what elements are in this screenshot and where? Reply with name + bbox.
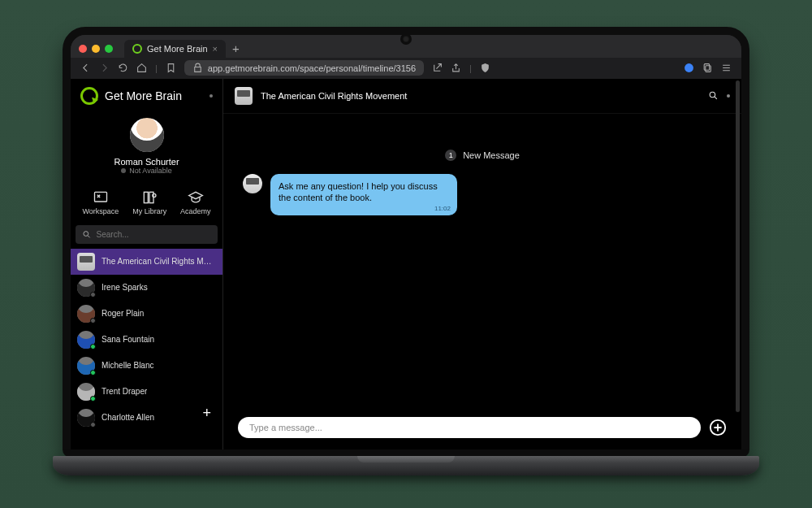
library-icon bbox=[141, 189, 158, 204]
nav-row: Workspace My Library Academy bbox=[71, 183, 222, 225]
nav-workspace-label: Workspace bbox=[82, 207, 119, 215]
address-bar[interactable]: app.getmorebrain.com/space/personal/time… bbox=[184, 60, 424, 76]
list-item[interactable]: The American Civil Rights Movement bbox=[71, 249, 222, 275]
list-item[interactable]: Roger Plain bbox=[71, 301, 222, 327]
close-tab-icon[interactable]: × bbox=[213, 44, 218, 54]
home-icon[interactable] bbox=[136, 63, 147, 73]
svg-rect-1 bbox=[706, 66, 711, 72]
list-item-label: Charlotte Allen bbox=[102, 413, 154, 422]
profile-block[interactable]: Roman Schurter Not Available bbox=[71, 113, 222, 183]
list-item-label: Michelle Blanc bbox=[102, 361, 153, 370]
list-item[interactable]: Charlotte Allen bbox=[71, 405, 222, 431]
copy-icon[interactable] bbox=[702, 63, 713, 73]
chat-search-icon[interactable] bbox=[708, 90, 719, 101]
nav-workspace[interactable]: Workspace bbox=[82, 189, 119, 215]
avatar bbox=[77, 409, 95, 427]
sidebar: Get More Brain Roman Schurter Not Availa… bbox=[71, 79, 223, 449]
favicon-icon bbox=[132, 44, 142, 54]
composer-add-button[interactable] bbox=[709, 419, 727, 436]
chat-header-avatar bbox=[235, 87, 253, 105]
add-conversation-button[interactable]: + bbox=[202, 405, 211, 422]
menu-icon[interactable] bbox=[721, 63, 732, 73]
close-window-icon[interactable] bbox=[79, 45, 87, 53]
nav-library-label: My Library bbox=[132, 207, 166, 215]
avatar bbox=[77, 279, 95, 297]
url-text: app.getmorebrain.com/space/personal/time… bbox=[208, 63, 416, 73]
chat-menu-icon[interactable] bbox=[727, 94, 730, 98]
message-row: Ask me any question! I help you discuss … bbox=[243, 174, 722, 216]
laptop-mockup: Get More Brain × + | app.getmorebrain.co… bbox=[53, 27, 759, 482]
avatar bbox=[77, 331, 95, 349]
svg-rect-3 bbox=[94, 192, 106, 202]
composer: Type a message... bbox=[223, 409, 741, 449]
profile-status: Not Available bbox=[71, 167, 222, 175]
share-icon[interactable] bbox=[451, 63, 461, 73]
svg-point-8 bbox=[710, 92, 715, 98]
profile-name: Roman Schurter bbox=[71, 157, 222, 167]
tab-title: Get More Brain bbox=[147, 44, 208, 54]
nav-academy[interactable]: Academy bbox=[180, 189, 211, 215]
svg-point-6 bbox=[153, 193, 156, 197]
shield-icon[interactable] bbox=[480, 63, 490, 73]
sidebar-search[interactable] bbox=[76, 225, 218, 244]
message-text: Ask me any question! I help you discuss … bbox=[279, 181, 438, 203]
laptop-base bbox=[53, 456, 759, 475]
list-item-label: Irene Sparks bbox=[102, 283, 148, 292]
presence-indicator bbox=[90, 292, 96, 297]
conversation-list: The American Civil Rights MovementIrene … bbox=[71, 249, 222, 446]
new-message-divider: 1 New Message bbox=[243, 150, 722, 161]
reload-icon[interactable] bbox=[118, 63, 128, 73]
info-icon[interactable] bbox=[684, 63, 694, 73]
search-icon bbox=[82, 229, 92, 240]
list-item-label: Roger Plain bbox=[102, 309, 144, 318]
presence-indicator bbox=[90, 370, 96, 376]
presence-indicator bbox=[90, 344, 96, 350]
new-message-count: 1 bbox=[445, 150, 456, 161]
nav-library[interactable]: My Library bbox=[132, 189, 166, 215]
open-external-icon[interactable] bbox=[432, 63, 443, 73]
back-icon[interactable] bbox=[80, 63, 91, 73]
lock-icon bbox=[192, 63, 203, 73]
list-item-label: Trent Draper bbox=[102, 387, 147, 396]
chat-canvas: 1 New Message Ask me any question! I hel… bbox=[223, 114, 741, 409]
bookmark-icon[interactable] bbox=[166, 63, 176, 73]
avatar bbox=[77, 305, 95, 323]
brand-row: Get More Brain bbox=[71, 79, 222, 113]
scrollbar[interactable] bbox=[736, 80, 740, 412]
list-item-label: The American Civil Rights Movement bbox=[102, 257, 216, 266]
book-icon bbox=[77, 253, 95, 271]
message-avatar bbox=[243, 174, 262, 193]
list-item[interactable]: Sana Fountain bbox=[71, 327, 222, 353]
new-tab-button[interactable]: + bbox=[232, 41, 240, 55]
academy-icon bbox=[188, 189, 204, 204]
browser-tab[interactable]: Get More Brain × bbox=[124, 40, 226, 58]
minimize-window-icon[interactable] bbox=[92, 45, 100, 53]
list-item[interactable]: Irene Sparks bbox=[71, 275, 222, 301]
maximize-window-icon[interactable] bbox=[105, 45, 113, 53]
search-input[interactable] bbox=[97, 230, 211, 239]
nav-academy-label: Academy bbox=[180, 207, 211, 215]
brand-title: Get More Brain bbox=[105, 89, 203, 102]
brand-logo-icon bbox=[80, 87, 98, 105]
message-bubble[interactable]: Ask me any question! I help you discuss … bbox=[270, 174, 457, 216]
list-item-label: Sana Fountain bbox=[102, 335, 154, 344]
presence-indicator bbox=[90, 396, 96, 402]
avatar bbox=[77, 383, 95, 401]
window-controls[interactable] bbox=[79, 45, 118, 53]
profile-avatar bbox=[130, 118, 164, 152]
composer-input[interactable]: Type a message... bbox=[238, 417, 701, 438]
svg-point-7 bbox=[84, 231, 89, 236]
app-root: Get More Brain Roman Schurter Not Availa… bbox=[71, 79, 741, 449]
workspace-icon bbox=[93, 189, 109, 204]
list-item[interactable]: Michelle Blanc bbox=[71, 353, 222, 379]
list-item[interactable]: Trent Draper bbox=[71, 379, 222, 405]
presence-indicator bbox=[90, 422, 96, 428]
new-message-label: New Message bbox=[463, 150, 520, 160]
main-panel: The American Civil Rights Movement 1 New… bbox=[223, 79, 741, 449]
svg-rect-4 bbox=[144, 192, 148, 202]
brand-menu-icon[interactable] bbox=[209, 94, 213, 98]
presence-indicator bbox=[90, 318, 96, 323]
svg-rect-2 bbox=[704, 64, 710, 71]
avatar bbox=[77, 357, 95, 375]
forward-icon[interactable] bbox=[99, 63, 110, 73]
